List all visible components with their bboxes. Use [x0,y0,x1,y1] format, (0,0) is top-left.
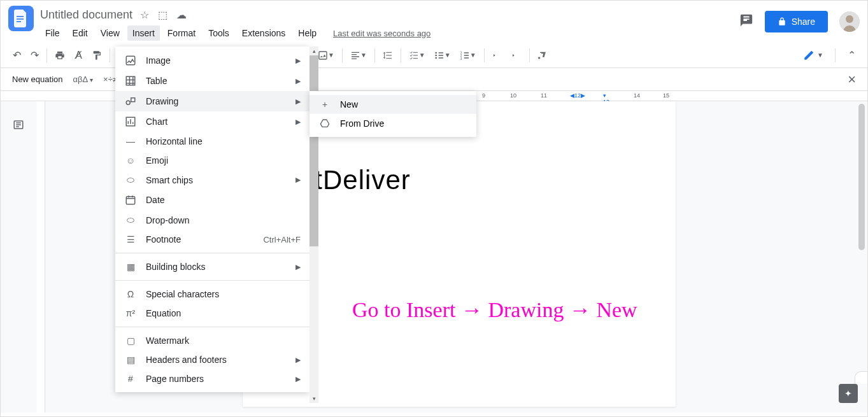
menu-bar: File Edit View Insert Format Tools Exten… [40,24,733,43]
insert-table[interactable]: Table▶ [115,71,309,91]
explore-button[interactable]: ✦ [839,384,858,403]
insert-date[interactable]: Date [115,190,309,210]
numbered-list-button[interactable]: 123▼ [456,47,480,64]
insert-drawing[interactable]: Drawing▶ [115,91,309,111]
svg-rect-1 [17,18,24,20]
insert-page-numbers[interactable]: #Page numbers▶ [115,369,309,388]
indent-decrease-button[interactable] [488,47,506,64]
move-icon[interactable]: ⬚ [158,9,167,21]
document-title[interactable]: Untitled document [40,8,132,22]
insert-emoji[interactable]: ☺Emoji [115,151,309,170]
svg-rect-18 [126,197,135,204]
bullet-list-button[interactable]: ▼ [430,47,455,64]
svg-point-15 [126,101,130,104]
insert-special-chars[interactable]: ΩSpecial characters [115,285,309,304]
outline-toggle-icon[interactable] [13,119,24,413]
svg-rect-16 [131,98,135,102]
header: Untitled document ☆ ⬚ ☁ File Edit View I… [1,1,867,43]
svg-rect-2 [17,21,21,22]
editing-mode-button[interactable]: ▼ [799,46,827,64]
svg-point-4 [846,15,853,23]
comment-history-icon[interactable] [739,13,753,31]
menu-edit[interactable]: Edit [68,25,93,41]
checklist-button[interactable]: ▼ [405,47,429,64]
share-label: Share [792,17,815,27]
plus-icon: + [318,99,331,110]
menu-help[interactable]: Help [293,25,322,41]
insert-dropdown-menu: Image▶ Table▶ Drawing▶ Chart▶ ―Horizonta… [115,46,309,392]
insert-chart[interactable]: Chart▶ [115,111,309,132]
line-spacing-button[interactable] [379,47,397,64]
greek-letters[interactable]: αβΔ ▾ [73,74,94,84]
svg-text:3: 3 [460,57,462,60]
menu-format[interactable]: Format [162,25,201,41]
paint-format-icon[interactable] [88,47,106,64]
spellcheck-icon[interactable]: A̸ [70,46,87,64]
print-icon[interactable] [51,47,69,64]
align-button[interactable]: ▼ [346,47,371,64]
cloud-icon[interactable]: ☁ [176,9,187,21]
menu-view[interactable]: View [96,25,125,41]
last-edit-link[interactable]: Last edit was seconds ago [333,29,430,38]
svg-rect-5 [319,52,327,59]
drawing-new[interactable]: + New [309,95,476,114]
insert-image[interactable]: Image▶ [115,50,309,71]
new-equation-button[interactable]: New equation [12,74,63,84]
corner-widget [855,371,867,384]
drawing-submenu: + New From Drive [309,91,476,137]
svg-rect-14 [126,76,135,85]
docs-logo[interactable] [8,6,34,31]
insert-building-blocks[interactable]: ▦Building blocks▶ [115,257,309,276]
svg-rect-0 [17,16,24,17]
insert-headers-footers[interactable]: ▤Headers and footers▶ [115,350,309,369]
insert-equation[interactable]: π²Equation [115,304,309,323]
indent-increase-button[interactable] [508,47,525,64]
insert-smartchips[interactable]: ⬭Smart chips▶ [115,170,309,190]
menu-extensions[interactable]: Extensions [237,25,290,41]
tutorial-annotation: Go to Insert → Drawing → New [352,298,637,322]
insert-footnote[interactable]: ☰FootnoteCtrl+Alt+F [115,230,309,249]
svg-point-6 [435,52,437,53]
undo-icon[interactable]: ↶ [8,46,25,64]
close-equation-bar[interactable]: × [848,71,856,88]
drive-icon [318,118,331,129]
clear-format-button[interactable] [534,47,551,64]
insert-dropdown[interactable]: ⬭Drop-down [115,210,309,230]
collapse-toolbar-icon[interactable]: ⌃ [843,46,860,64]
menu-insert[interactable]: Insert [127,25,160,41]
redo-icon[interactable]: ↷ [26,46,43,64]
menu-tools[interactable]: Tools [203,25,234,41]
drawing-from-drive[interactable]: From Drive [309,114,476,133]
star-icon[interactable]: ☆ [140,9,149,21]
svg-point-7 [435,54,437,56]
insert-watermark[interactable]: ▢Watermark [115,331,309,350]
insert-hline[interactable]: ―Horizontal line [115,132,309,151]
user-avatar[interactable] [839,11,860,32]
scrollbar[interactable] [857,91,866,413]
share-button[interactable]: Share [765,11,828,32]
svg-point-8 [435,57,437,59]
menu-file[interactable]: File [40,25,65,41]
vertical-ruler[interactable] [36,101,45,413]
